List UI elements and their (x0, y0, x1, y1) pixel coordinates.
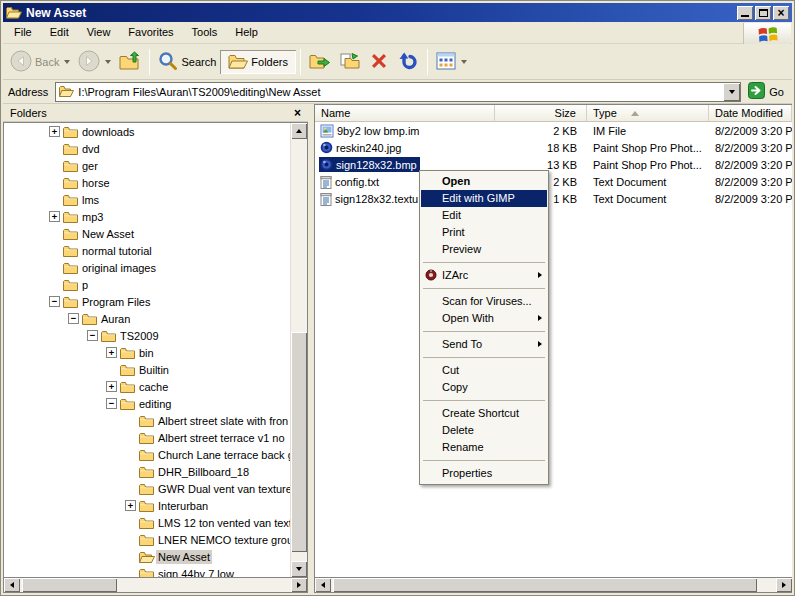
menu-view[interactable]: View (78, 23, 120, 42)
views-button[interactable] (432, 49, 471, 75)
folders-button[interactable]: Folders (220, 50, 296, 74)
menu-item-print[interactable]: Print (421, 224, 547, 241)
menu-item-izarc[interactable]: IZArc (421, 267, 547, 284)
tree-vertical-scrollbar[interactable] (290, 123, 307, 577)
address-dropdown-button[interactable] (723, 83, 740, 101)
menu-item-open[interactable]: Open (421, 173, 547, 190)
close-button[interactable]: × (773, 6, 789, 20)
tree-item-new-asset[interactable]: New Asset (4, 548, 290, 565)
go-button[interactable]: Go (746, 82, 789, 101)
tree-item-ts2009[interactable]: −TS2009 (4, 327, 290, 344)
menu-item-cut[interactable]: Cut (421, 362, 547, 379)
tree-horizontal-scrollbar[interactable] (4, 577, 307, 592)
scroll-up-button[interactable] (291, 123, 307, 139)
close-folders-icon[interactable]: × (294, 108, 301, 118)
tree-item-lms[interactable]: lms (4, 191, 290, 208)
menu-file[interactable]: File (5, 23, 41, 42)
expand-plus-icon[interactable]: + (49, 211, 60, 222)
file-name[interactable]: sign128x32.textu (319, 191, 421, 207)
move-to-button[interactable] (305, 49, 335, 75)
tree-item-horse[interactable]: horse (4, 174, 290, 191)
undo-button[interactable] (393, 48, 423, 76)
tree-item-lner-nemco-texture-group[interactable]: LNER NEMCO texture group (4, 531, 290, 548)
delete-button[interactable] (365, 48, 393, 76)
menu-item-edit[interactable]: Edit (421, 207, 547, 224)
address-input[interactable]: I:\Program Files\Auran\TS2009\editing\Ne… (55, 82, 741, 102)
menu-favorites[interactable]: Favorites (119, 23, 182, 42)
expand-plus-icon[interactable]: + (125, 500, 136, 511)
tree-item-dvd[interactable]: dvd (4, 140, 290, 157)
menu-edit[interactable]: Edit (41, 23, 78, 42)
menu-tools[interactable]: Tools (183, 23, 227, 42)
tree-item-church-lane-terrace-back-g[interactable]: Church Lane terrace back g (4, 446, 290, 463)
file-name[interactable]: config.txt (319, 174, 382, 190)
scroll-right-button[interactable] (291, 578, 307, 592)
menu-item-edit-with-gimp[interactable]: Edit with GIMP (421, 190, 547, 207)
tree-item-interurban[interactable]: +Interurban (4, 497, 290, 514)
maximize-button[interactable] (755, 6, 771, 20)
tree-item-new-asset[interactable]: New Asset (4, 225, 290, 242)
expand-plus-icon[interactable]: + (106, 381, 117, 392)
back-button[interactable]: Back (6, 47, 74, 77)
menu-item-scan-for-viruses[interactable]: Scan for Viruses... (421, 293, 547, 310)
scroll-down-button[interactable] (291, 561, 307, 577)
minimize-button[interactable] (737, 6, 753, 20)
selected-file-name[interactable]: sign128x32.bmp (319, 157, 420, 172)
menu-item-copy[interactable]: Copy (421, 379, 547, 396)
copy-to-button[interactable] (335, 49, 365, 75)
column-header-date-modified[interactable]: Date Modified (709, 105, 792, 122)
menu-item-delete[interactable]: Delete (421, 422, 547, 439)
tree-item-program-files[interactable]: −Program Files (4, 293, 290, 310)
search-button[interactable]: Search (154, 48, 220, 76)
menu-help[interactable]: Help (226, 23, 267, 42)
expand-plus-icon[interactable]: + (106, 347, 117, 358)
tree-item-mp3[interactable]: +mp3 (4, 208, 290, 225)
tree-item-editing[interactable]: −editing (4, 395, 290, 412)
menu-item-send-to[interactable]: Send To (421, 336, 547, 353)
tree-item-albert-street-slate-with-fron[interactable]: Albert street slate with fron (4, 412, 290, 429)
scrollbar-thumb[interactable] (333, 578, 757, 592)
back-dropdown-icon[interactable] (64, 60, 70, 64)
file-name[interactable]: reskin240.jpg (319, 140, 404, 155)
scroll-left-button[interactable] (4, 578, 20, 592)
scroll-right-button[interactable] (776, 578, 792, 592)
tree-item-normal-tutorial[interactable]: normal tutorial (4, 242, 290, 259)
scrollbar-thumb[interactable] (291, 332, 307, 552)
tree-item-ger[interactable]: ger (4, 157, 290, 174)
column-header-type[interactable]: Type (587, 105, 709, 122)
up-button[interactable] (115, 48, 145, 76)
tree-item-albert-street-terrace-v1-no[interactable]: Albert street terrace v1 no (4, 429, 290, 446)
tree-item-downloads[interactable]: +downloads (4, 123, 290, 140)
expand-plus-icon[interactable]: + (49, 126, 60, 137)
collapse-minus-icon[interactable]: − (49, 296, 60, 307)
tree-item-sign-44by-7-low[interactable]: sign 44by 7 low (4, 565, 290, 577)
tree-item-auran[interactable]: −Auran (4, 310, 290, 327)
file-name[interactable]: 9by2 low bmp.im (319, 123, 423, 139)
collapse-minus-icon[interactable]: − (87, 330, 98, 341)
file-row-config-txt[interactable]: config.txt2 KBText Document8/2/2009 3:20… (315, 173, 792, 190)
tree-item-original-images[interactable]: original images (4, 259, 290, 276)
collapse-minus-icon[interactable]: − (106, 398, 117, 409)
scroll-left-button[interactable] (315, 578, 331, 592)
files-horizontal-scrollbar[interactable] (315, 577, 792, 592)
tree-item-bin[interactable]: +bin (4, 344, 290, 361)
column-header-size[interactable]: Size (495, 105, 587, 122)
tree-item-gwr-dual-vent-van-texture[interactable]: GWR Dual vent van texture (4, 480, 290, 497)
menu-item-open-with[interactable]: Open With (421, 310, 547, 327)
menu-item-create-shortcut[interactable]: Create Shortcut (421, 405, 547, 422)
menu-item-rename[interactable]: Rename (421, 439, 547, 456)
file-row-sign128x32-textu[interactable]: sign128x32.textu1 KBText Document8/2/200… (315, 190, 792, 207)
menu-item-preview[interactable]: Preview (421, 241, 547, 258)
forward-dropdown-icon[interactable] (105, 60, 111, 64)
tree-item-p[interactable]: p (4, 276, 290, 293)
tree-item-lms-12-ton-vented-van-text[interactable]: LMS 12 ton vented van text (4, 514, 290, 531)
tree-item-dhr-billboard-18[interactable]: DHR_Billboard_18 (4, 463, 290, 480)
views-dropdown-icon[interactable] (461, 60, 467, 64)
forward-button[interactable] (74, 47, 115, 77)
tree-item-cache[interactable]: +cache (4, 378, 290, 395)
file-row-sign128x32-bmp[interactable]: sign128x32.bmp13 KBPaint Shop Pro Phot..… (315, 156, 792, 173)
column-header-name[interactable]: Name (315, 105, 495, 122)
file-row-9by2-low-bmp-im[interactable]: 9by2 low bmp.im2 KBIM File8/2/2009 3:20 … (315, 122, 792, 139)
menu-item-properties[interactable]: Properties (421, 465, 547, 482)
tree-item-builtin[interactable]: Builtin (4, 361, 290, 378)
